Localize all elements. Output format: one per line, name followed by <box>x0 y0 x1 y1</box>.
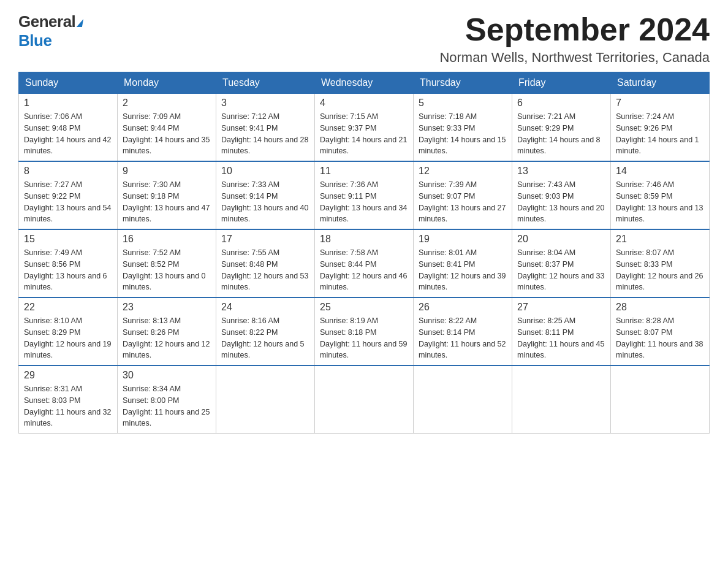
day-info: Sunrise: 7:30 AMSunset: 9:18 PMDaylight:… <box>123 179 211 225</box>
day-info: Sunrise: 8:28 AMSunset: 8:07 PMDaylight:… <box>616 315 704 361</box>
table-row: 4 Sunrise: 7:15 AMSunset: 9:37 PMDayligh… <box>315 94 414 162</box>
day-info: Sunrise: 7:58 AMSunset: 8:44 PMDaylight:… <box>320 247 408 293</box>
day-info: Sunrise: 8:01 AMSunset: 8:41 PMDaylight:… <box>419 247 507 293</box>
col-monday: Monday <box>118 72 216 94</box>
day-info: Sunrise: 7:55 AMSunset: 8:48 PMDaylight:… <box>221 247 309 293</box>
table-row: 12 Sunrise: 7:39 AMSunset: 9:07 PMDaylig… <box>414 161 512 229</box>
table-row: 23 Sunrise: 8:13 AMSunset: 8:26 PMDaylig… <box>118 297 216 366</box>
day-number: 24 <box>221 302 309 313</box>
day-info: Sunrise: 8:10 AMSunset: 8:29 PMDaylight:… <box>24 315 112 361</box>
day-info: Sunrise: 8:13 AMSunset: 8:26 PMDaylight:… <box>123 315 211 361</box>
day-info: Sunrise: 7:52 AMSunset: 8:52 PMDaylight:… <box>123 247 211 293</box>
day-number: 11 <box>320 166 408 177</box>
day-info: Sunrise: 7:33 AMSunset: 9:14 PMDaylight:… <box>221 179 309 225</box>
table-row: 14 Sunrise: 7:46 AMSunset: 8:59 PMDaylig… <box>611 161 710 229</box>
table-row: 20 Sunrise: 8:04 AMSunset: 8:37 PMDaylig… <box>512 229 611 297</box>
day-number: 25 <box>320 302 408 313</box>
col-sunday: Sunday <box>19 72 118 94</box>
day-number: 21 <box>616 234 704 245</box>
logo-general: General <box>18 12 83 31</box>
day-number: 20 <box>517 234 605 245</box>
day-number: 19 <box>419 234 507 245</box>
table-row: 18 Sunrise: 7:58 AMSunset: 8:44 PMDaylig… <box>315 229 414 297</box>
table-row: 10 Sunrise: 7:33 AMSunset: 9:14 PMDaylig… <box>216 161 315 229</box>
table-row: 9 Sunrise: 7:30 AMSunset: 9:18 PMDayligh… <box>118 161 216 229</box>
day-number: 1 <box>24 98 112 109</box>
page-header: General Blue September 2024 Norman Wells… <box>18 12 710 66</box>
day-info: Sunrise: 7:12 AMSunset: 9:41 PMDaylight:… <box>221 111 309 157</box>
day-info: Sunrise: 8:04 AMSunset: 8:37 PMDaylight:… <box>517 247 605 293</box>
table-row: 1 Sunrise: 7:06 AMSunset: 9:48 PMDayligh… <box>19 94 118 162</box>
table-row: 13 Sunrise: 7:43 AMSunset: 9:03 PMDaylig… <box>512 161 611 229</box>
day-number: 3 <box>221 98 309 109</box>
table-row: 5 Sunrise: 7:18 AMSunset: 9:33 PMDayligh… <box>414 94 512 162</box>
table-row: 29 Sunrise: 8:31 AMSunset: 8:03 PMDaylig… <box>19 366 118 434</box>
table-row: 27 Sunrise: 8:25 AMSunset: 8:11 PMDaylig… <box>512 297 611 366</box>
col-friday: Friday <box>512 72 611 94</box>
day-number: 18 <box>320 234 408 245</box>
day-number: 7 <box>616 98 704 109</box>
table-row <box>315 366 414 434</box>
logo: General Blue <box>18 12 83 50</box>
table-row: 15 Sunrise: 7:49 AMSunset: 8:56 PMDaylig… <box>19 229 118 297</box>
day-number: 9 <box>123 166 211 177</box>
table-row <box>512 366 611 434</box>
day-info: Sunrise: 7:27 AMSunset: 9:22 PMDaylight:… <box>24 179 112 225</box>
day-info: Sunrise: 7:09 AMSunset: 9:44 PMDaylight:… <box>123 111 211 157</box>
table-row: 19 Sunrise: 8:01 AMSunset: 8:41 PMDaylig… <box>414 229 512 297</box>
month-title: September 2024 <box>439 12 710 47</box>
title-section: September 2024 Norman Wells, Northwest T… <box>439 12 710 66</box>
table-row: 25 Sunrise: 8:19 AMSunset: 8:18 PMDaylig… <box>315 297 414 366</box>
day-info: Sunrise: 7:46 AMSunset: 8:59 PMDaylight:… <box>616 179 704 225</box>
calendar-table: Sunday Monday Tuesday Wednesday Thursday… <box>18 72 710 434</box>
table-row <box>611 366 710 434</box>
day-info: Sunrise: 7:39 AMSunset: 9:07 PMDaylight:… <box>419 179 507 225</box>
day-info: Sunrise: 7:49 AMSunset: 8:56 PMDaylight:… <box>24 247 112 293</box>
calendar-header-row: Sunday Monday Tuesday Wednesday Thursday… <box>19 72 710 94</box>
day-number: 27 <box>517 302 605 313</box>
day-info: Sunrise: 7:24 AMSunset: 9:26 PMDaylight:… <box>616 111 704 157</box>
day-number: 29 <box>24 370 112 381</box>
day-number: 12 <box>419 166 507 177</box>
day-number: 8 <box>24 166 112 177</box>
col-thursday: Thursday <box>414 72 512 94</box>
col-wednesday: Wednesday <box>315 72 414 94</box>
day-info: Sunrise: 7:21 AMSunset: 9:29 PMDaylight:… <box>517 111 605 157</box>
table-row: 26 Sunrise: 8:22 AMSunset: 8:14 PMDaylig… <box>414 297 512 366</box>
table-row <box>414 366 512 434</box>
day-number: 23 <box>123 302 211 313</box>
table-row: 28 Sunrise: 8:28 AMSunset: 8:07 PMDaylig… <box>611 297 710 366</box>
table-row: 30 Sunrise: 8:34 AMSunset: 8:00 PMDaylig… <box>118 366 216 434</box>
table-row: 8 Sunrise: 7:27 AMSunset: 9:22 PMDayligh… <box>19 161 118 229</box>
col-tuesday: Tuesday <box>216 72 315 94</box>
day-info: Sunrise: 7:36 AMSunset: 9:11 PMDaylight:… <box>320 179 408 225</box>
day-number: 15 <box>24 234 112 245</box>
day-number: 30 <box>123 370 211 381</box>
day-info: Sunrise: 7:18 AMSunset: 9:33 PMDaylight:… <box>419 111 507 157</box>
day-number: 13 <box>517 166 605 177</box>
day-number: 26 <box>419 302 507 313</box>
day-info: Sunrise: 7:06 AMSunset: 9:48 PMDaylight:… <box>24 111 112 157</box>
day-number: 2 <box>123 98 211 109</box>
day-number: 10 <box>221 166 309 177</box>
table-row: 22 Sunrise: 8:10 AMSunset: 8:29 PMDaylig… <box>19 297 118 366</box>
table-row: 24 Sunrise: 8:16 AMSunset: 8:22 PMDaylig… <box>216 297 315 366</box>
table-row: 7 Sunrise: 7:24 AMSunset: 9:26 PMDayligh… <box>611 94 710 162</box>
day-number: 14 <box>616 166 704 177</box>
table-row: 16 Sunrise: 7:52 AMSunset: 8:52 PMDaylig… <box>118 229 216 297</box>
day-info: Sunrise: 8:34 AMSunset: 8:00 PMDaylight:… <box>123 383 211 429</box>
day-number: 17 <box>221 234 309 245</box>
day-number: 5 <box>419 98 507 109</box>
day-number: 22 <box>24 302 112 313</box>
table-row: 17 Sunrise: 7:55 AMSunset: 8:48 PMDaylig… <box>216 229 315 297</box>
table-row: 11 Sunrise: 7:36 AMSunset: 9:11 PMDaylig… <box>315 161 414 229</box>
location-title: Norman Wells, Northwest Territories, Can… <box>439 50 710 66</box>
day-number: 4 <box>320 98 408 109</box>
day-info: Sunrise: 7:43 AMSunset: 9:03 PMDaylight:… <box>517 179 605 225</box>
day-info: Sunrise: 8:19 AMSunset: 8:18 PMDaylight:… <box>320 315 408 361</box>
day-info: Sunrise: 8:25 AMSunset: 8:11 PMDaylight:… <box>517 315 605 361</box>
day-info: Sunrise: 7:15 AMSunset: 9:37 PMDaylight:… <box>320 111 408 157</box>
day-number: 6 <box>517 98 605 109</box>
table-row <box>216 366 315 434</box>
day-info: Sunrise: 8:16 AMSunset: 8:22 PMDaylight:… <box>221 315 309 361</box>
